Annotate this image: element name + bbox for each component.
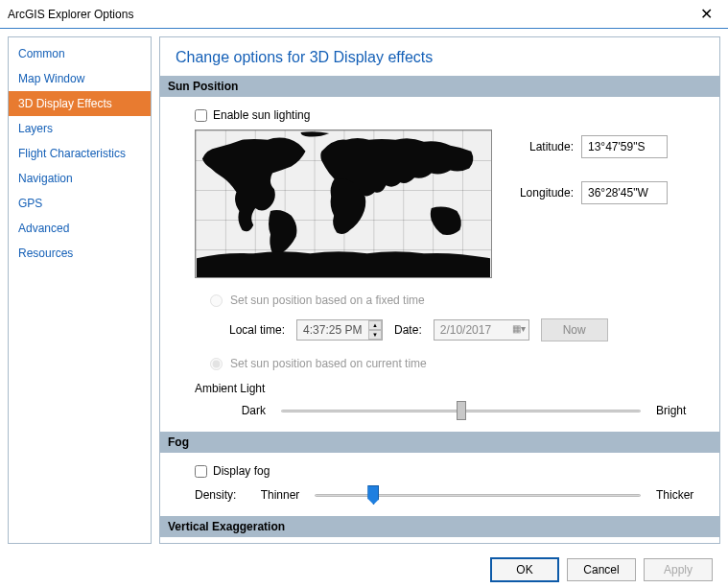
density-left-label: Thinner [251, 488, 299, 502]
ambient-light-group: Ambient Light Dark Bright [195, 382, 704, 420]
section-header-fog: Fog [160, 432, 719, 453]
display-fog-label: Display fog [213, 464, 270, 478]
enable-sun-checkbox[interactable] [195, 109, 207, 122]
ambient-slider-row: Dark Bright [218, 401, 704, 420]
radio-current-time[interactable] [210, 358, 223, 370]
longitude-input[interactable] [581, 181, 668, 204]
ambient-left-label: Dark [218, 404, 266, 417]
enable-sun-label: Enable sun lighting [213, 108, 310, 122]
footer: OK Cancel Apply [0, 552, 728, 588]
sidebar-item-3d-display-effects[interactable]: 3D Display Effects [9, 91, 151, 116]
world-map-graphic [196, 130, 491, 277]
density-label: Density: [195, 488, 236, 502]
section-header-sun: Sun Position [160, 76, 719, 97]
calendar-icon[interactable]: ▦▾ [512, 323, 526, 334]
display-fog-checkbox[interactable] [195, 465, 207, 478]
radio-fixed-time-row: Set sun position based on a fixed time [210, 294, 704, 307]
apply-button[interactable]: Apply [644, 558, 713, 581]
sidebar-item-advanced[interactable]: Advanced [9, 216, 151, 241]
sidebar-item-navigation[interactable]: Navigation [9, 166, 151, 191]
radio-fixed-time[interactable] [210, 294, 223, 307]
content-area: Common Map Window 3D Display Effects Lay… [0, 29, 728, 552]
date-label: Date: [394, 323, 422, 337]
sidebar-item-layers[interactable]: Layers [9, 116, 151, 141]
now-button[interactable]: Now [541, 318, 608, 341]
time-spinner-up-icon[interactable]: ▲ [368, 320, 382, 330]
sidebar-item-common[interactable]: Common [9, 41, 151, 66]
sun-map-area: Latitude: Longitude: [195, 129, 704, 278]
radio-current-label: Set sun position based on current time [230, 357, 427, 370]
longitude-row: Longitude: [511, 181, 668, 204]
radio-fixed-label: Set sun position based on a fixed time [230, 294, 425, 307]
longitude-label: Longitude: [511, 186, 574, 200]
close-icon[interactable]: ✕ [693, 5, 720, 23]
sidebar-item-flight-characteristics[interactable]: Flight Characteristics [9, 141, 151, 166]
radio-current-time-row: Set sun position based on current time [210, 357, 704, 370]
time-spinner-down-icon[interactable]: ▼ [368, 330, 382, 340]
ambient-right-label: Bright [656, 404, 704, 417]
titlebar: ArcGIS Explorer Options ✕ [0, 0, 728, 29]
latitude-row: Latitude: [511, 135, 668, 158]
main-panel: Change options for 3D Display effects Su… [159, 36, 720, 544]
section-header-vertex: Vertical Exaggeration [160, 516, 719, 537]
density-slider[interactable] [315, 485, 641, 505]
latitude-label: Latitude: [511, 140, 574, 153]
fog-density-row: Density: Thinner Thicker [195, 485, 704, 505]
sidebar: Common Map Window 3D Display Effects Lay… [8, 36, 152, 544]
window-title: ArcGIS Explorer Options [8, 8, 133, 21]
enable-sun-row: Enable sun lighting [195, 108, 704, 122]
display-fog-row: Display fog [195, 464, 704, 478]
density-right-label: Thicker [656, 488, 704, 502]
ambient-slider-thumb[interactable] [457, 401, 466, 420]
sidebar-item-gps[interactable]: GPS [9, 191, 151, 216]
coord-fields: Latitude: Longitude: [511, 129, 668, 278]
latitude-input[interactable] [581, 135, 668, 158]
sidebar-item-map-window[interactable]: Map Window [9, 66, 151, 91]
density-slider-thumb[interactable] [367, 485, 379, 505]
main-scroll[interactable]: Change options for 3D Display effects Su… [160, 37, 719, 543]
local-time-label: Local time: [229, 323, 285, 337]
ambient-slider[interactable] [281, 401, 641, 420]
ok-button[interactable]: OK [490, 557, 559, 582]
world-map[interactable] [195, 129, 492, 278]
time-row: Local time: ▲ ▼ Date: ▦▾ Now [229, 318, 704, 341]
sidebar-item-resources[interactable]: Resources [9, 241, 151, 266]
ambient-light-label: Ambient Light [195, 382, 704, 395]
page-title: Change options for 3D Display effects [176, 49, 704, 66]
cancel-button[interactable]: Cancel [567, 558, 636, 581]
